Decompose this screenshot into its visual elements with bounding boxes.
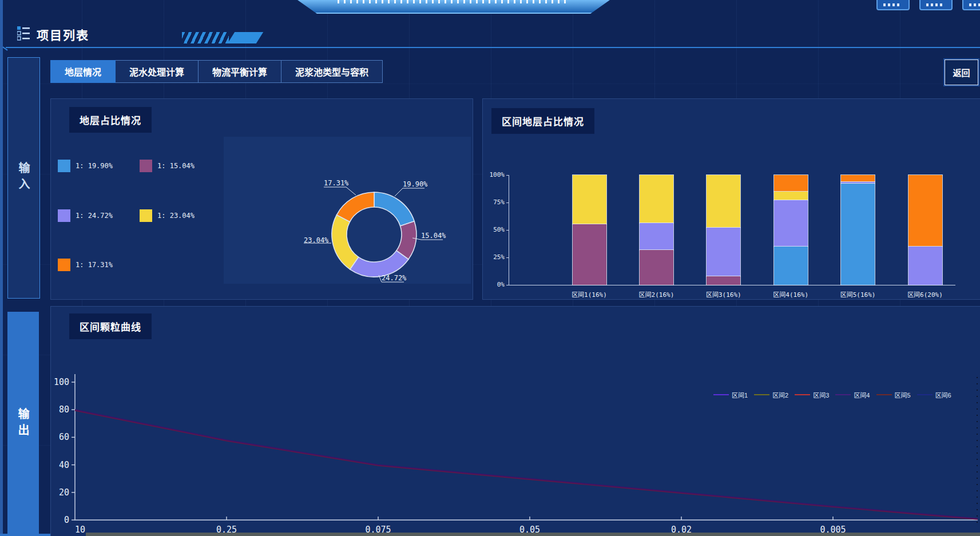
line-legend-item[interactable]: 区间2 [754, 390, 788, 399]
legend-item[interactable]: 1: 23.04% [140, 209, 195, 222]
bar-segment-stratum-light-purple[interactable] [707, 228, 740, 276]
legend-line-swatch [795, 394, 810, 395]
horizontal-scrollbar[interactable] [86, 533, 980, 536]
donut-slice[interactable] [350, 251, 408, 277]
line-legend-item[interactable]: 区间4 [835, 390, 870, 399]
toolbar-button-clipped-2[interactable] [919, 0, 953, 10]
bar-category-label: 区间1(16%) [555, 289, 624, 299]
bar-ytick-mark [506, 285, 509, 285]
stacked-bar[interactable] [707, 175, 740, 285]
legend-swatch [140, 209, 152, 222]
legend-line-swatch [754, 394, 769, 395]
bar-category-label: 区间4(16%) [756, 289, 825, 299]
legend-label: 区间2 [772, 390, 788, 399]
header-hatch-decoration [182, 32, 229, 43]
donut-slice[interactable] [332, 215, 359, 269]
stacked-bar[interactable] [640, 175, 673, 285]
legend-item[interactable]: 1: 19.90% [58, 160, 113, 172]
stacked-bar[interactable] [774, 175, 808, 285]
legend-swatch [58, 209, 70, 222]
legend-label: 区间6 [935, 390, 951, 399]
bar-segment-stratum-light-purple[interactable] [908, 247, 942, 285]
bar-segment-stratum-magenta[interactable] [707, 276, 740, 285]
line-chart-legend: 区间1区间2区间3区间4区间5区间6 [713, 390, 951, 399]
bar-segment-stratum-yellow[interactable] [640, 175, 673, 223]
sidebar-output-button[interactable]: 输出 [7, 312, 39, 536]
bar-segment-stratum-yellow[interactable] [573, 175, 606, 224]
sidebar-input-button[interactable]: 输入 [7, 57, 40, 299]
tab-4[interactable]: 泥浆池类型与容积 [281, 60, 383, 83]
line-legend-item[interactable]: 区间5 [876, 390, 911, 399]
page-title: 项目列表 [37, 26, 89, 43]
bar-segment-stratum-yellow[interactable] [774, 192, 808, 200]
top-title-banner-clipped [297, 0, 610, 14]
bar-segment-stratum-blue[interactable] [774, 247, 808, 285]
stacked-bar[interactable] [908, 175, 942, 285]
bar-segment-stratum-blue[interactable] [841, 184, 875, 285]
line-ytick-label: 0 [64, 515, 69, 525]
line-legend-item[interactable]: 区间1 [713, 390, 748, 399]
donut-callout: 17.31% [324, 179, 348, 187]
line-legend-item[interactable]: 区间6 [917, 390, 951, 399]
donut-callout: 19.90% [403, 180, 427, 188]
donut-chart [224, 137, 471, 284]
bar-segment-stratum-orange[interactable] [774, 175, 808, 192]
bar-segment-stratum-light-purple[interactable] [774, 200, 808, 247]
bar-segment-stratum-magenta[interactable] [573, 224, 606, 285]
bar-segment-stratum-orange[interactable] [908, 175, 942, 247]
toolbar-button-clipped-3[interactable] [962, 0, 980, 10]
donut-callout: 24.72% [382, 274, 406, 282]
donut-slice[interactable] [337, 192, 375, 222]
left-edge-strip [0, 0, 3, 536]
toolbar-button-clipped-1[interactable] [876, 0, 910, 10]
bar-segment-stratum-light-purple[interactable] [640, 223, 673, 249]
legend-label: 区间1 [732, 390, 748, 399]
project-list-icon [17, 26, 30, 43]
legend-line-swatch [713, 394, 729, 395]
legend-line-swatch [835, 394, 851, 395]
bar-category-label: 区间3(16%) [689, 289, 758, 299]
bar-ytick-label: 25% [478, 253, 505, 261]
line-legend-item[interactable]: 区间3 [795, 390, 829, 399]
tab-2[interactable]: 泥水处理计算 [116, 60, 199, 83]
bar-segment-stratum-orange[interactable] [841, 175, 875, 182]
donut-leader-line [395, 188, 424, 196]
line-ytick-label: 60 [59, 432, 69, 442]
legend-label: 1: 19.90% [76, 162, 113, 170]
legend-line-swatch [917, 394, 933, 395]
bar-ytick-label: 75% [478, 198, 505, 206]
line-ytick-label: 80 [59, 404, 69, 415]
particle-curve [75, 410, 978, 518]
legend-item[interactable]: 1: 24.72% [58, 209, 113, 222]
tab-3[interactable]: 物流平衡计算 [199, 60, 281, 83]
donut-leader-line [324, 187, 356, 195]
line-ytick-label: 100 [54, 377, 69, 387]
stacked-bar[interactable] [573, 175, 606, 285]
bar-segment-stratum-yellow[interactable] [707, 175, 740, 228]
legend-label: 区间3 [813, 390, 829, 399]
bar-segment-stratum-magenta[interactable] [640, 250, 673, 285]
legend-label: 区间4 [854, 390, 870, 399]
back-button[interactable]: 返回 [945, 59, 978, 85]
donut-callout: 15.04% [421, 232, 446, 240]
legend-item[interactable]: 1: 17.31% [58, 259, 113, 271]
header-underline [6, 47, 980, 48]
line-xtick-label: 10 [75, 525, 85, 535]
legend-swatch [58, 160, 70, 172]
bar-ytick-label: 100% [478, 171, 505, 178]
bar-category-label: 区间2(16%) [622, 289, 691, 299]
tab-1[interactable]: 地层情况 [50, 60, 116, 83]
legend-item[interactable]: 1: 15.04% [140, 160, 195, 172]
bar-ytick-label: 0% [478, 281, 505, 288]
legend-label: 1: 23.04% [157, 212, 195, 220]
donut-callout: 23.04% [304, 236, 328, 244]
panel-title: 地层占比情况 [69, 107, 152, 133]
bar-ytick-mark [506, 175, 509, 176]
stacked-bar[interactable] [841, 175, 875, 285]
clipped-icon [969, 3, 980, 6]
donut-slice[interactable] [374, 192, 414, 226]
panel-strata-proportion: 地层占比情况 1: 19.90%1: 15.04%1: 24.72%1: 23.… [50, 98, 473, 300]
particle-curve-shadow [75, 410, 978, 519]
legend-line-swatch [876, 394, 892, 395]
clipped-icon [883, 3, 900, 6]
